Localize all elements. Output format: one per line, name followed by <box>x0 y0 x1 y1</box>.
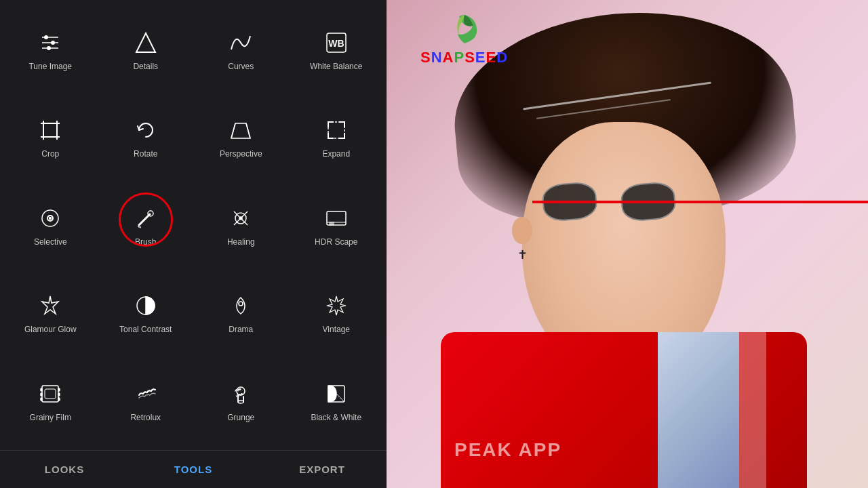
tool-vintage[interactable]: Vintage <box>289 269 384 357</box>
vintage-icon <box>321 291 351 321</box>
svg-rect-40 <box>41 393 42 396</box>
black-white-icon <box>321 379 351 409</box>
brush-label: Brush <box>135 237 156 247</box>
rotate-label: Rotate <box>134 149 157 159</box>
snapseed-s2: S <box>465 49 475 66</box>
tool-drama[interactable]: Drama <box>193 269 289 357</box>
tool-crop[interactable]: Crop <box>3 94 98 182</box>
tool-grunge[interactable]: Grunge <box>193 357 289 445</box>
svg-rect-21 <box>328 122 344 138</box>
svg-rect-33 <box>330 222 334 225</box>
snapseed-p: P <box>454 49 465 66</box>
photo-panel: ✝ PEAK APP SNAPSEED <box>387 0 868 488</box>
selective-icon <box>35 203 65 233</box>
tool-expand[interactable]: Expand <box>289 94 384 182</box>
tab-export[interactable]: EXPORT <box>258 464 387 475</box>
curves-label: Curves <box>228 62 254 71</box>
crop-label: Crop <box>41 149 59 159</box>
snapseed-text: SNAPSEED <box>420 49 508 66</box>
snapseed-e2: E <box>486 49 497 66</box>
svg-rect-44 <box>58 398 60 401</box>
tab-export-label: EXPORT <box>299 464 345 475</box>
tab-tools-label: TOOLS <box>174 464 212 475</box>
tool-brush[interactable]: Brush <box>98 181 194 269</box>
svg-point-5 <box>47 46 51 50</box>
grunge-icon <box>226 379 256 409</box>
ear <box>512 217 532 244</box>
svg-point-47 <box>238 401 243 403</box>
svg-rect-39 <box>41 388 42 391</box>
tool-details[interactable]: Details <box>98 5 194 94</box>
healing-label: Healing <box>227 237 255 247</box>
white-balance-label: White Balance <box>310 62 362 71</box>
details-label: Details <box>133 62 158 71</box>
svg-line-19 <box>231 123 235 138</box>
grunge-label: Grunge <box>227 413 254 422</box>
hdr-scape-icon <box>321 203 351 233</box>
crop-icon <box>35 115 65 145</box>
details-icon <box>131 28 161 58</box>
retrolux-label: Retrolux <box>130 413 161 422</box>
tool-retrolux[interactable]: Retrolux <box>98 357 194 445</box>
tool-healing[interactable]: Healing <box>193 181 289 269</box>
tool-glamour-glow[interactable]: Glamour Glow <box>3 269 98 357</box>
tool-hdr-scape[interactable]: HDR Scape <box>289 181 384 269</box>
glass-bridge <box>602 201 616 203</box>
shirt: PEAK APP <box>441 332 807 488</box>
tool-selective[interactable]: Selective <box>3 181 98 269</box>
drama-icon <box>226 291 256 321</box>
svg-point-36 <box>239 302 243 306</box>
tool-tonal-contrast[interactable]: Tonal Contrast <box>98 269 194 357</box>
tool-tune-image[interactable]: Tune Image <box>3 5 98 94</box>
perspective-icon <box>226 115 256 145</box>
tools-grid: Tune Image Details Curves WB White Balan… <box>0 0 387 450</box>
shirt-stripe-2 <box>739 332 766 488</box>
svg-marker-34 <box>42 296 58 314</box>
tools-panel: Tune Image Details Curves WB White Balan… <box>0 0 387 488</box>
bottom-tabs: LOOKS TOOLS EXPORT <box>0 450 387 488</box>
tab-looks[interactable]: LOOKS <box>0 464 129 475</box>
snapseed-n: N <box>431 49 443 66</box>
snapseed-d: D <box>496 49 508 66</box>
tab-looks-label: LOOKS <box>45 464 84 475</box>
tool-grainy-film[interactable]: Grainy Film <box>3 357 98 445</box>
glamour-glow-icon <box>35 291 65 321</box>
tool-white-balance[interactable]: WB White Balance <box>289 5 384 94</box>
snapseed-e: E <box>475 49 486 66</box>
svg-point-4 <box>51 41 55 45</box>
glamour-glow-label: Glamour Glow <box>24 325 77 334</box>
earring: ✝ <box>517 247 528 262</box>
expand-icon <box>321 115 351 145</box>
snapseed-logo: SNAPSEED <box>420 8 508 66</box>
svg-marker-6 <box>136 33 155 52</box>
snapseed-s: S <box>420 49 431 66</box>
curves-icon <box>226 28 256 58</box>
expand-label: Expand <box>322 149 350 159</box>
tool-rotate[interactable]: Rotate <box>98 94 194 182</box>
vintage-label: Vintage <box>323 325 350 334</box>
svg-text:WB: WB <box>328 38 344 49</box>
drama-label: Drama <box>229 325 253 334</box>
tune-image-label: Tune Image <box>28 62 72 71</box>
grainy-film-icon <box>35 379 65 409</box>
snapseed-leaf-icon <box>444 8 485 49</box>
shirt-text: PEAK APP <box>454 439 561 461</box>
tool-perspective[interactable]: Perspective <box>193 94 289 182</box>
tab-tools[interactable]: TOOLS <box>129 464 258 475</box>
svg-rect-41 <box>41 398 42 401</box>
white-balance-icon: WB <box>321 28 351 58</box>
grainy-film-label: Grainy Film <box>30 413 71 422</box>
tonal-contrast-icon <box>131 291 161 321</box>
svg-marker-18 <box>231 123 250 138</box>
tool-curves[interactable]: Curves <box>193 5 289 94</box>
svg-rect-45 <box>45 389 56 399</box>
svg-line-25 <box>139 214 150 225</box>
brush-icon <box>131 203 161 233</box>
svg-marker-37 <box>327 296 346 315</box>
tool-black-white[interactable]: Black & White <box>289 357 384 445</box>
black-white-label: Black & White <box>311 413 361 422</box>
hdr-scape-label: HDR Scape <box>315 237 357 247</box>
retrolux-icon <box>131 379 161 409</box>
snapseed-a: A <box>443 49 454 66</box>
svg-rect-43 <box>58 393 60 396</box>
